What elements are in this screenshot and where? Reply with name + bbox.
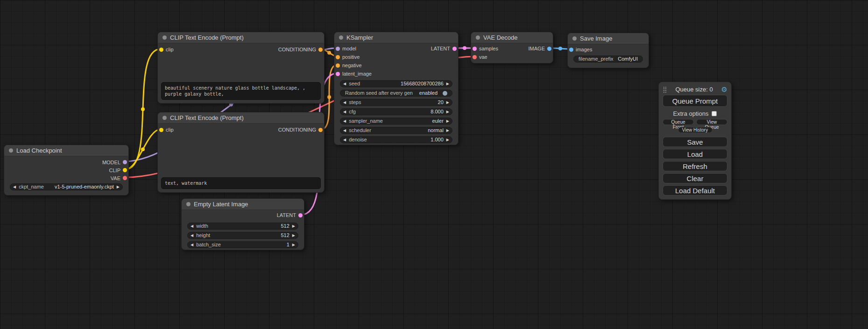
node-clip-text-encode-negative[interactable]: CLIP Text Encode (Prompt) clip CONDITION… — [157, 112, 325, 193]
output-slot-latent[interactable] — [452, 47, 457, 51]
prev-value-arrow-icon[interactable]: ◀ — [343, 82, 346, 86]
widget-ckpt-name[interactable]: ◀ ckpt_name v1-5-pruned-emaonly.ckpt ▶ — [10, 183, 123, 190]
input-slot-negative[interactable] — [336, 63, 340, 68]
clear-button[interactable]: Clear — [663, 173, 727, 183]
collapse-dot[interactable] — [162, 116, 167, 120]
refresh-button[interactable]: Refresh — [663, 161, 727, 171]
next-value-arrow-icon[interactable]: ▶ — [446, 138, 449, 142]
queue-size-label: Queue size: 0 — [675, 86, 713, 93]
widget-cfg[interactable]: ◀ cfg 8.000 ▶ — [340, 108, 452, 115]
node-title-bar[interactable]: Save Image — [568, 33, 649, 44]
widget-label: steps — [349, 100, 361, 105]
input-slot-clip[interactable] — [159, 128, 163, 132]
input-slot-model[interactable] — [336, 47, 340, 51]
save-button[interactable]: Save — [663, 137, 727, 147]
node-title-bar[interactable]: CLIP Text Encode (Prompt) — [158, 112, 324, 124]
load-button[interactable]: Load — [663, 149, 727, 159]
collapse-dot[interactable] — [339, 35, 343, 40]
next-value-arrow-icon[interactable]: ▶ — [117, 185, 120, 189]
node-title-bar[interactable]: CLIP Text Encode (Prompt) — [158, 32, 324, 43]
widget-value: normal — [428, 128, 444, 133]
input-slot-latent-image[interactable] — [336, 72, 340, 76]
widget-filename-prefix[interactable]: filename_prefix ComfyUI — [573, 56, 643, 63]
prev-value-arrow-icon[interactable]: ◀ — [343, 119, 346, 123]
node-clip-text-encode-positive[interactable]: CLIP Text Encode (Prompt) clip CONDITION… — [157, 32, 325, 104]
prompt-textarea[interactable]: text, watermark — [161, 177, 321, 189]
node-title: Empty Latent Image — [194, 201, 248, 208]
next-value-arrow-icon[interactable]: ▶ — [292, 224, 295, 228]
prev-value-arrow-icon[interactable]: ◀ — [343, 101, 346, 105]
queue-prompt-button[interactable]: Queue Prompt — [663, 95, 727, 107]
widget-scheduler[interactable]: ◀ scheduler normal ▶ — [340, 127, 452, 134]
link-midpoint-dot — [327, 51, 331, 55]
output-slot-clip[interactable] — [123, 168, 127, 172]
prev-value-arrow-icon[interactable]: ◀ — [343, 138, 346, 142]
next-value-arrow-icon[interactable]: ▶ — [446, 129, 449, 133]
prev-value-arrow-icon[interactable]: ◀ — [343, 129, 346, 133]
widget-batch-size[interactable]: ◀ batch_size 1 ▶ — [187, 241, 298, 248]
node-title-bar[interactable]: Empty Latent Image — [182, 199, 304, 210]
output-slot-conditioning[interactable] — [318, 48, 323, 52]
widget-height[interactable]: ◀ height 512 ▶ — [187, 232, 298, 239]
output-slot-vae[interactable] — [123, 176, 127, 180]
output-slot-conditioning[interactable] — [318, 128, 323, 132]
widget-sampler-name[interactable]: ◀ sampler_name euler ▶ — [340, 118, 452, 125]
widget-denoise[interactable]: ◀ denoise 1.000 ▶ — [340, 136, 452, 143]
node-save-image[interactable]: Save Image images filename_prefix ComfyU… — [567, 33, 649, 68]
next-value-arrow-icon[interactable]: ▶ — [446, 119, 449, 123]
next-value-arrow-icon[interactable]: ▶ — [446, 101, 449, 105]
node-title-bar[interactable]: KSampler — [334, 32, 458, 43]
input-slot-samples[interactable] — [473, 47, 477, 51]
graph-canvas[interactable]: Load Checkpoint MODEL CLIP VAE ◀ ckpt_na… — [0, 0, 868, 329]
wire-clip-to-positive — [125, 49, 161, 169]
collapse-dot[interactable] — [9, 148, 13, 153]
node-empty-latent-image[interactable]: Empty Latent Image LATENT ◀ width 512 ▶ … — [181, 198, 304, 250]
output-slot-image[interactable] — [547, 47, 551, 51]
queue-panel[interactable]: ⣿ Queue size: 0 ⚙ Queue Prompt Extra opt… — [658, 82, 732, 200]
widget-label: denoise — [349, 137, 367, 142]
view-queue-button[interactable]: View Queue — [696, 119, 727, 125]
prev-value-arrow-icon[interactable]: ◀ — [191, 234, 193, 238]
widget-seed[interactable]: ◀ seed 156680208700286 ▶ — [340, 80, 452, 87]
prev-value-arrow-icon[interactable]: ◀ — [13, 185, 16, 189]
widget-random-seed-toggle[interactable]: Random seed after every gen enabled — [340, 90, 452, 97]
link-midpoint-dot — [463, 46, 466, 50]
output-slot-latent[interactable] — [298, 213, 303, 217]
view-history-button[interactable]: View History — [678, 127, 713, 133]
extra-options-checkbox[interactable] — [712, 111, 717, 116]
widget-label: width — [196, 224, 208, 229]
prompt-textarea[interactable]: beautiful scenery nature glass bottle la… — [161, 82, 321, 100]
toggle-indicator[interactable] — [443, 91, 447, 96]
queue-front-button[interactable]: Queue Front — [663, 119, 694, 125]
settings-gear-icon[interactable]: ⚙ — [721, 86, 727, 93]
node-title: Save Image — [580, 35, 612, 42]
widget-value: v1-5-pruned-emaonly.ckpt — [55, 184, 114, 189]
load-default-button[interactable]: Load Default — [663, 185, 727, 196]
prev-value-arrow-icon[interactable]: ◀ — [343, 110, 346, 114]
input-slot-clip[interactable] — [159, 48, 163, 52]
widget-steps[interactable]: ◀ steps 20 ▶ — [340, 99, 452, 106]
collapse-dot[interactable] — [186, 202, 191, 206]
node-vae-decode[interactable]: VAE Decode samples vae IMAGE — [471, 32, 553, 63]
drag-handle-icon[interactable]: ⣿ — [663, 86, 667, 92]
collapse-dot[interactable] — [476, 35, 480, 40]
prev-value-arrow-icon[interactable]: ◀ — [191, 243, 193, 247]
input-slot-positive[interactable] — [336, 55, 340, 59]
node-ksampler[interactable]: KSampler model positive negative latent_… — [334, 32, 459, 145]
output-slot-model[interactable] — [123, 160, 127, 164]
collapse-dot[interactable] — [162, 35, 167, 40]
widget-width[interactable]: ◀ width 512 ▶ — [187, 223, 298, 230]
prev-value-arrow-icon[interactable]: ◀ — [191, 224, 193, 228]
next-value-arrow-icon[interactable]: ▶ — [446, 82, 449, 86]
input-slot-vae[interactable] — [473, 55, 477, 59]
next-value-arrow-icon[interactable]: ▶ — [292, 234, 295, 238]
input-slot-images[interactable] — [569, 48, 573, 52]
next-value-arrow-icon[interactable]: ▶ — [292, 243, 295, 247]
node-title: Load Checkpoint — [16, 147, 62, 154]
widget-value: 8.000 — [430, 109, 444, 114]
node-title-bar[interactable]: VAE Decode — [471, 32, 553, 43]
collapse-dot[interactable] — [572, 36, 577, 41]
node-title-bar[interactable]: Load Checkpoint — [4, 145, 128, 156]
node-load-checkpoint[interactable]: Load Checkpoint MODEL CLIP VAE ◀ ckpt_na… — [4, 145, 129, 196]
next-value-arrow-icon[interactable]: ▶ — [446, 110, 449, 114]
